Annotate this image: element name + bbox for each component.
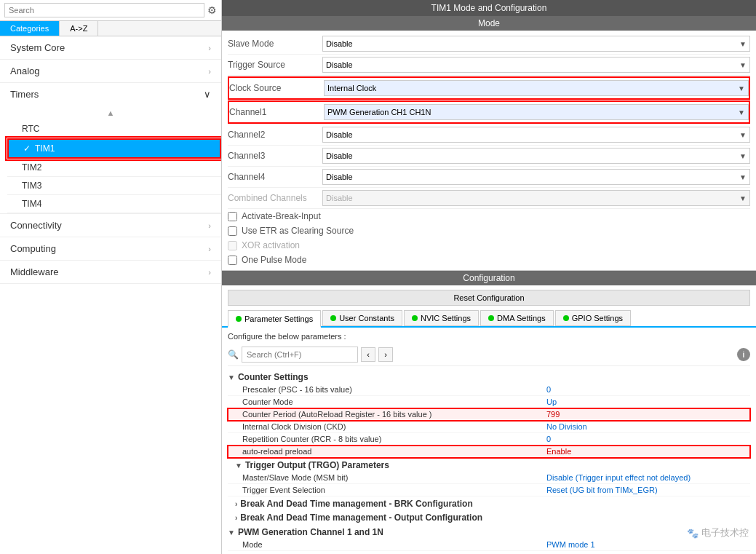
tab-dot-icon: [563, 315, 569, 321]
channel2-label: Channel2: [228, 130, 322, 140]
sidebar-item-analog[interactable]: Analog ›: [0, 60, 221, 83]
sidebar-content: System Core › Analog › Timers ∨ ▲ RTC ✓ …: [0, 36, 221, 554]
gear-icon[interactable]: ⚙: [207, 4, 217, 16]
collapse-icon: ▼: [228, 373, 235, 381]
tim3-label: TIM3: [22, 181, 41, 191]
sidebar-item-label: Middleware: [10, 266, 58, 277]
params-search-bar: 🔍 ‹ › i: [228, 344, 750, 366]
search-icon: 🔍: [228, 349, 239, 360]
param-row-clock-division: Internal Clock Division (CKD) No Divisio…: [228, 421, 750, 433]
dropdown-arrow-icon: ▼: [739, 173, 747, 181]
tab-dot-icon: [488, 315, 494, 321]
config-section: Configuration Reset Configuration Parame…: [222, 271, 756, 554]
tab-categories[interactable]: Categories: [0, 21, 60, 36]
timers-children: RTC ✓ TIM1 TIM2 TIM3 TIM4: [0, 120, 221, 213]
tab-atoz[interactable]: A->Z: [60, 21, 98, 36]
tab-dot-icon: [236, 316, 242, 322]
watermark: 🐾 电子技术控: [687, 526, 749, 539]
chevron-right-icon: ›: [208, 221, 211, 230]
slave-mode-label: Slave Mode: [228, 39, 322, 49]
dropdown-arrow-icon: ▼: [739, 131, 747, 139]
counter-settings-header[interactable]: ▼ Counter Settings: [228, 369, 750, 384]
tab-user-constants[interactable]: User Constants: [322, 310, 402, 326]
mode-row-channel3: Channel3 Disable ▼: [228, 146, 750, 167]
sidebar-item-connectivity[interactable]: Connectivity ›: [0, 214, 221, 237]
chevron-right-icon: ›: [208, 245, 211, 253]
config-section-header: Configuration: [222, 271, 756, 285]
slave-mode-select[interactable]: Disable ▼: [322, 36, 750, 52]
expand-icon: ›: [235, 514, 237, 522]
title-bar: TIM1 Mode and Configuration: [222, 0, 756, 16]
tim2-label: TIM2: [22, 162, 41, 173]
channel1-select[interactable]: PWM Generation CH1 CH1N ▼: [324, 104, 749, 120]
next-result-button[interactable]: ›: [378, 347, 393, 362]
mode-row-clock-source: Clock Source Internal Clock ▼: [228, 76, 750, 100]
mode-row-channel4: Channel4 Disable ▼: [228, 167, 750, 188]
break-deadtime-brk-header[interactable]: › Break And Dead Time management - BRK C…: [228, 496, 750, 510]
sidebar-item-label: Computing: [10, 243, 56, 254]
combined-channels-label: Combined Channels: [228, 193, 322, 203]
timers-label: Timers: [10, 89, 39, 100]
combined-channels-select: Disable ▼: [322, 190, 750, 206]
tim4-label: TIM4: [22, 199, 41, 209]
tab-nvic-settings[interactable]: NVIC Settings: [404, 310, 479, 326]
tab-gpio-settings[interactable]: GPIO Settings: [555, 310, 631, 326]
param-row-repetition: Repetition Counter (RCR - 8 bits value) …: [228, 433, 750, 446]
mode-row-channel1: Channel1 PWM Generation CH1 CH1N ▼: [228, 100, 750, 124]
param-row-prescaler: Prescaler (PSC - 16 bits value) 0: [228, 384, 750, 396]
trigger-source-select[interactable]: Disable ▼: [322, 57, 750, 73]
info-icon: i: [737, 348, 750, 361]
sidebar-item-tim1[interactable]: ✓ TIM1: [7, 138, 221, 159]
sidebar-item-middleware[interactable]: Middleware ›: [0, 261, 221, 284]
checkbox-xor: XOR activation: [228, 238, 750, 253]
sidebar: ⚙ Categories A->Z System Core › Analog ›…: [0, 0, 222, 554]
checkbox-one-pulse: One Pulse Mode: [228, 253, 750, 267]
params-search-input[interactable]: [242, 347, 358, 363]
sidebar-item-computing[interactable]: Computing ›: [0, 237, 221, 261]
dropdown-arrow-icon: ▼: [739, 194, 747, 202]
watermark-icon: 🐾: [687, 528, 699, 539]
prev-result-button[interactable]: ‹: [361, 347, 375, 362]
channel3-label: Channel3: [228, 151, 322, 161]
param-row-pulse: Pulse (16 bits value) 0: [228, 551, 750, 554]
tab-dot-icon: [412, 315, 418, 321]
mode-section: Mode Slave Mode Disable ▼ Trigger Source…: [222, 16, 756, 271]
sidebar-item-tim2[interactable]: TIM2: [7, 159, 221, 177]
reset-configuration-button[interactable]: Reset Configuration: [228, 290, 750, 306]
trigger-output-header[interactable]: ▼ Trigger Output (TRGO) Parameters: [228, 458, 750, 472]
clock-source-label: Clock Source: [229, 83, 324, 93]
clock-source-select[interactable]: Internal Clock ▼: [324, 80, 749, 96]
pwm-ch1-header[interactable]: ▼ PWM Generation Channel 1 and 1N: [228, 524, 750, 539]
mode-row-trigger-source: Trigger Source Disable ▼: [228, 55, 750, 76]
params-area: Configure the below parameters : 🔍 ‹ › i…: [222, 328, 756, 554]
channel2-select[interactable]: Disable ▼: [322, 127, 750, 143]
channel1-label: Channel1: [229, 107, 324, 117]
timers-header[interactable]: Timers ∨: [0, 83, 221, 106]
search-input[interactable]: [4, 3, 204, 17]
break-deadtime-output-header[interactable]: › Break And Dead Time management - Outpu…: [228, 510, 750, 524]
chevron-right-icon: ›: [208, 44, 211, 52]
checkbox-use-etr: Use ETR as Clearing Source: [228, 223, 750, 238]
sidebar-item-tim3[interactable]: TIM3: [7, 177, 221, 195]
rtc-label: RTC: [22, 124, 39, 134]
tab-parameter-settings[interactable]: Parameter Settings: [228, 310, 321, 328]
chevron-right-icon: ›: [208, 268, 211, 277]
tab-dma-settings[interactable]: DMA Settings: [480, 310, 554, 326]
watermark-text: 电子技术控: [701, 526, 749, 539]
sidebar-item-timers: Timers ∨ ▲ RTC ✓ TIM1 TIM2 TIM3: [0, 83, 221, 214]
sidebar-item-rtc[interactable]: RTC: [7, 120, 221, 138]
mode-row-channel2: Channel2 Disable ▼: [228, 124, 750, 146]
sidebar-item-tim4[interactable]: TIM4: [7, 195, 221, 213]
scroll-up-arrow[interactable]: ▲: [0, 106, 221, 120]
use-etr-checkbox[interactable]: [228, 226, 237, 236]
params-header: Configure the below parameters :: [228, 328, 750, 344]
collapse-icon: ▼: [235, 462, 242, 470]
channel4-select[interactable]: Disable ▼: [322, 169, 750, 185]
sidebar-item-system-core[interactable]: System Core ›: [0, 36, 221, 60]
one-pulse-checkbox[interactable]: [228, 256, 237, 265]
collapse-icon: ▼: [228, 529, 235, 537]
activate-break-checkbox[interactable]: [228, 212, 237, 221]
channel3-select[interactable]: Disable ▼: [322, 148, 750, 164]
param-row-counter-period: Counter Period (AutoReload Register - 16…: [228, 408, 750, 421]
channel4-label: Channel4: [228, 172, 322, 182]
